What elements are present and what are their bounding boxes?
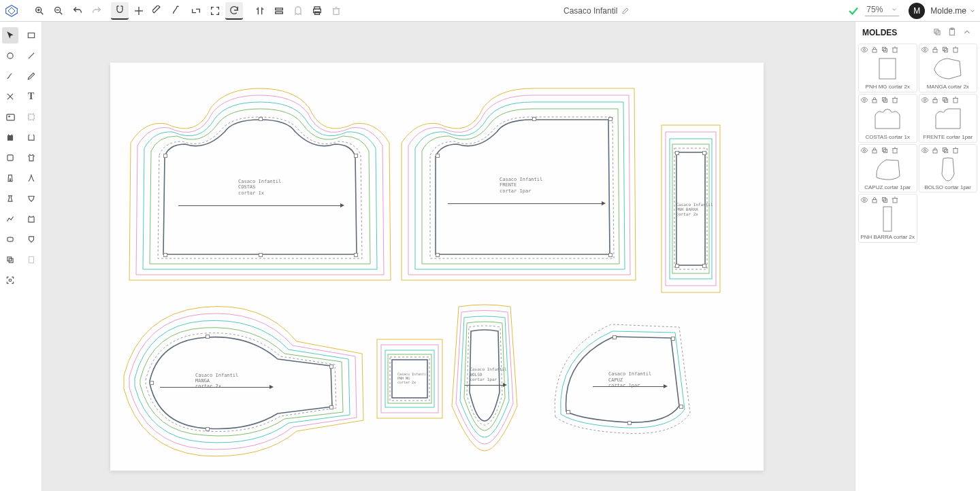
- graph-tool[interactable]: [2, 211, 18, 227]
- edit-title-icon[interactable]: [621, 7, 630, 15]
- molde-item[interactable]: FRENTE cortar 1par: [919, 94, 978, 143]
- item-trash-icon[interactable]: [951, 46, 960, 54]
- flip-v-button[interactable]: [270, 2, 288, 20]
- user-avatar[interactable]: M: [909, 3, 925, 19]
- item-eye-icon[interactable]: [860, 146, 869, 155]
- molde-item[interactable]: COSTAS cortar 1x: [858, 94, 917, 143]
- item-trash-icon[interactable]: [951, 146, 960, 155]
- sleeve-tool[interactable]: [2, 150, 18, 166]
- print-button[interactable]: [308, 2, 326, 20]
- piece-frente[interactable]: Casaco InfantilFRENTEcortar 1par: [396, 83, 655, 287]
- redo-button[interactable]: [88, 2, 105, 20]
- user-menu[interactable]: Molde.me: [930, 6, 976, 16]
- item-eye-icon[interactable]: [860, 96, 869, 105]
- jacket-tool[interactable]: [23, 211, 39, 227]
- path-tool[interactable]: [2, 68, 18, 84]
- fit-screen-button[interactable]: [206, 2, 224, 20]
- shirt-tool[interactable]: [23, 150, 39, 166]
- item-eye-icon[interactable]: [921, 46, 930, 54]
- center-cross-button[interactable]: [130, 2, 148, 20]
- piece-bolso[interactable]: Casaco InfantilBOLSOcortar 1par: [444, 304, 525, 454]
- snap-magnet-button[interactable]: [111, 2, 129, 20]
- item-trash-icon[interactable]: [891, 196, 900, 205]
- item-copy-icon[interactable]: [941, 146, 950, 155]
- export-tool[interactable]: [23, 252, 39, 268]
- item-copy-icon[interactable]: [881, 46, 889, 54]
- piece-pnh-barra[interactable]: Casaco InfantilPNH BARRAcortar 2x: [660, 124, 721, 294]
- item-copy-icon[interactable]: [881, 196, 889, 205]
- copy-tool[interactable]: [2, 252, 18, 268]
- refresh-button[interactable]: [225, 2, 243, 20]
- curve-tool-button[interactable]: [168, 2, 186, 20]
- scan-tool[interactable]: [2, 272, 18, 288]
- pencil-tool[interactable]: [23, 68, 39, 84]
- item-lock-icon[interactable]: [870, 196, 879, 205]
- molde-item[interactable]: PNH BARRA cortar 2x: [858, 194, 917, 243]
- svg-rect-70: [893, 98, 897, 103]
- text-tool[interactable]: T: [23, 88, 39, 105]
- ruler-button[interactable]: [149, 2, 167, 20]
- molde-item[interactable]: MANGA cortar 2x: [919, 44, 978, 92]
- item-trash-icon[interactable]: [891, 96, 900, 105]
- dress-tool[interactable]: [2, 190, 18, 207]
- ellipse-tool[interactable]: [2, 48, 18, 64]
- item-eye-icon[interactable]: [860, 46, 869, 54]
- mirror-tool-button[interactable]: [187, 2, 205, 20]
- item-eye-icon[interactable]: [921, 96, 930, 105]
- body-front-tool[interactable]: [2, 129, 18, 146]
- panel-copy-icon[interactable]: [932, 27, 943, 38]
- svg-point-73: [924, 99, 926, 101]
- piece-pnh-mg[interactable]: Casaco InfantilPNH MGcortar 2x: [376, 338, 444, 420]
- flip-h-button[interactable]: [251, 2, 269, 20]
- empty-tool: [23, 272, 39, 288]
- notch-tool[interactable]: [23, 109, 39, 125]
- rectangle-tool[interactable]: [23, 27, 39, 44]
- mask-tool[interactable]: [2, 231, 18, 248]
- item-trash-icon[interactable]: [891, 146, 900, 155]
- body-back-tool[interactable]: [23, 129, 39, 146]
- item-lock-icon[interactable]: [870, 46, 879, 54]
- item-copy-icon[interactable]: [881, 146, 889, 155]
- molde-item[interactable]: BOLSO cortar 1par: [919, 144, 978, 193]
- delete-button[interactable]: [327, 2, 345, 20]
- piece-capuz[interactable]: Casaco InfantilCAPUZcortar 1par: [546, 318, 702, 440]
- svg-rect-84: [893, 148, 897, 153]
- item-eye-icon[interactable]: [860, 196, 869, 205]
- svg-line-7: [60, 12, 62, 14]
- item-copy-icon[interactable]: [941, 96, 950, 105]
- app-logo[interactable]: [4, 3, 19, 18]
- undo-button[interactable]: [69, 2, 86, 20]
- pocket-tool[interactable]: [23, 231, 39, 248]
- pants-tool[interactable]: [2, 170, 18, 186]
- cut-tool[interactable]: [2, 88, 18, 105]
- molde-item[interactable]: PNH MG cortar 2x: [858, 44, 917, 92]
- ghost-button[interactable]: [289, 2, 307, 20]
- svg-point-66: [864, 99, 866, 101]
- item-lock-icon[interactable]: [870, 146, 879, 155]
- item-copy-icon[interactable]: [941, 46, 950, 54]
- item-lock-icon[interactable]: [931, 46, 940, 54]
- panel-collapse-icon[interactable]: [962, 27, 973, 38]
- zoom-select[interactable]: 75%: [865, 5, 899, 16]
- svg-rect-19: [333, 8, 339, 14]
- piece-manga[interactable]: Casaco InfantilMANGAcortar 2x: [120, 301, 372, 464]
- image-tool[interactable]: [2, 109, 18, 125]
- skirt-tool[interactable]: [23, 170, 39, 186]
- piece-costas[interactable]: Casaco InfantilCOSTAScortar 1x: [124, 83, 396, 287]
- item-trash-icon[interactable]: [951, 96, 960, 105]
- item-lock-icon[interactable]: [931, 96, 940, 105]
- panel-paste-icon[interactable]: [947, 27, 958, 38]
- item-eye-icon[interactable]: [921, 146, 930, 155]
- item-copy-icon[interactable]: [881, 96, 889, 105]
- item-trash-icon[interactable]: [891, 46, 900, 54]
- item-lock-icon[interactable]: [870, 96, 879, 105]
- zoom-out-button[interactable]: [50, 2, 67, 20]
- molde-item[interactable]: CAPUZ cortar 1par: [858, 144, 917, 193]
- item-lock-icon[interactable]: [931, 146, 940, 155]
- molde-caption: PNH MG cortar 2x: [866, 84, 910, 90]
- select-tool[interactable]: [2, 27, 18, 44]
- underwear-tool[interactable]: [23, 190, 39, 207]
- zoom-in-button[interactable]: [31, 2, 48, 20]
- line-tool[interactable]: [23, 48, 39, 64]
- canvas-area[interactable]: Casaco InfantilCOSTAScortar 1x Casaco In…: [42, 22, 855, 491]
